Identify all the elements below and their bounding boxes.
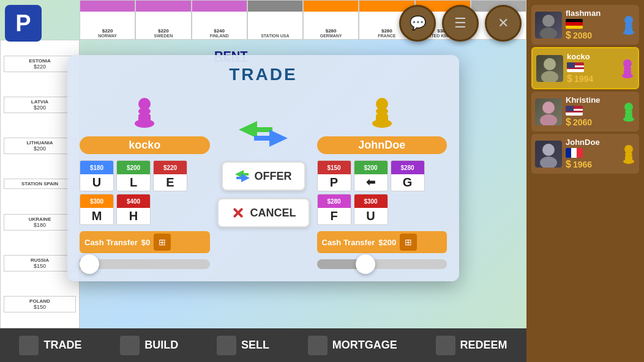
chat-icon: 💬: [410, 15, 426, 31]
kocko-card-e[interactable]: $220 E: [153, 160, 187, 191]
kocko-card-u[interactable]: $180 U: [80, 160, 114, 191]
johndoe-calc-button[interactable]: ⊞: [400, 234, 417, 251]
johndoe-sidebar-money: $ 1966: [566, 159, 618, 170]
kocko-pawn-icon: [132, 94, 157, 128]
svg-point-3: [138, 98, 151, 110]
flashman-money: $ 2080: [566, 30, 618, 41]
johndoe-slider[interactable]: [317, 259, 447, 269]
offer-arrows-icon: [235, 169, 250, 183]
johndoe-sidebar-info: JohnDoe $ 1966: [566, 138, 618, 170]
flashman-flag: [566, 19, 583, 29]
johndoe-card-u[interactable]: $300 U: [354, 194, 388, 225]
top-action-buttons: 💬 ☰ ✕: [399, 5, 522, 42]
kocko-pawn-sidebar-icon: [621, 59, 634, 78]
khristine-pawn-icon: [622, 102, 635, 122]
kocko-label: kocko: [80, 136, 210, 154]
offer-button[interactable]: OFFER: [222, 161, 305, 191]
game-board: $220 NORWAY $220 SWEDEN $240 FINLAND STA…: [0, 0, 526, 362]
flashman-info: flashman $ 2080: [566, 9, 618, 41]
svg-point-13: [376, 98, 388, 110]
trade-modal: TRADE kocko: [67, 55, 459, 281]
svg-point-25: [623, 59, 632, 68]
kocko-calc-button[interactable]: ⊞: [154, 234, 171, 251]
kocko-sidebar-money: $ 1994: [567, 73, 617, 84]
modal-title: TRADE: [80, 65, 447, 84]
kocko-card-l[interactable]: $200 L: [116, 160, 151, 191]
johndoe-label: JohnDoe: [317, 136, 447, 154]
svg-marker-5: [254, 130, 288, 147]
khristine-avatar: [535, 98, 562, 125]
svg-point-21: [541, 71, 558, 82]
menu-icon: ☰: [454, 15, 466, 31]
cancel-x-icon: [231, 205, 245, 220]
khristine-info: Khristine $ 2060: [566, 95, 618, 128]
kocko-pawn-display: [80, 94, 210, 128]
johndoe-sidebar-name: JohnDoe: [566, 138, 618, 147]
johndoe-flag: [566, 148, 583, 158]
trade-arrows: [239, 119, 288, 149]
players-sidebar: flashman $ 2080 kocko $ 1994: [526, 0, 644, 362]
svg-point-20: [544, 58, 556, 70]
kocko-cash-transfer: Cash Transfer $0 ⊞: [80, 231, 210, 253]
svg-point-37: [624, 145, 633, 153]
khristine-money: $ 2060: [566, 117, 618, 128]
close-button[interactable]: ✕: [485, 5, 522, 42]
johndoe-pawn-sidebar-icon: [622, 144, 635, 164]
kocko-trade-section: kocko $180 U $200 L $220 E: [80, 94, 210, 269]
chat-button[interactable]: 💬: [399, 5, 436, 42]
svg-point-14: [542, 15, 555, 27]
svg-point-31: [624, 103, 633, 111]
svg-point-19: [624, 16, 633, 24]
johndoe-pawn-icon: [370, 94, 394, 128]
menu-button[interactable]: ☰: [442, 5, 479, 42]
player-card-johndoe: JohnDoe $ 1966: [531, 134, 639, 174]
kocko-card-h[interactable]: $400 H: [116, 194, 151, 225]
svg-point-32: [542, 144, 555, 156]
flashman-avatar: [535, 12, 562, 39]
svg-point-26: [542, 102, 555, 114]
svg-marker-4: [239, 121, 272, 138]
player-card-kocko: kocko $ 1994: [531, 47, 639, 89]
khristine-name: Khristine: [566, 95, 618, 105]
kocko-slider[interactable]: [80, 259, 210, 269]
center-action-area: OFFER CANCEL: [217, 94, 310, 227]
modal-overlay: TRADE kocko: [0, 0, 526, 362]
kocko-cards: $180 U $200 L $220 E $300: [80, 160, 210, 225]
johndoe-card-g[interactable]: $280 G: [391, 160, 425, 191]
johndoe-cards: $150 P $200 ⬅ $280 G $280: [317, 160, 447, 225]
close-icon: ✕: [498, 15, 509, 31]
johndoe-card-arrow[interactable]: $200 ⬅: [354, 160, 388, 191]
kocko-flag: [567, 62, 584, 72]
trade-arrows-icon: [239, 119, 288, 149]
johndoe-card-f[interactable]: $280 F: [317, 194, 351, 225]
modal-content: kocko $180 U $200 L $220 E: [80, 94, 447, 269]
svg-point-15: [540, 28, 557, 39]
johndoe-avatar: [535, 141, 562, 168]
svg-rect-1: [138, 114, 151, 125]
kocko-sidebar-info: kocko $ 1994: [567, 52, 617, 84]
johndoe-card-p[interactable]: $150 P: [317, 160, 351, 191]
svg-point-27: [540, 114, 557, 125]
svg-rect-11: [376, 114, 388, 125]
kocko-avatar: [536, 55, 563, 82]
johndoe-pawn-display: [317, 94, 447, 128]
johndoe-trade-section: JohnDoe $150 P $200 ⬅ $280 G: [317, 94, 447, 269]
player-card-khristine: Khristine $ 2060: [531, 92, 639, 131]
svg-point-33: [540, 157, 557, 168]
khristine-flag: [566, 106, 583, 116]
kocko-sidebar-name: kocko: [567, 52, 617, 61]
cancel-button[interactable]: CANCEL: [217, 198, 310, 227]
flashman-pawn-icon: [622, 15, 635, 35]
kocko-card-m[interactable]: $300 M: [80, 194, 114, 225]
player-card-flashman: flashman $ 2080: [531, 5, 639, 45]
johndoe-cash-transfer: Cash Transfer $200 ⊞: [317, 231, 447, 253]
flashman-name: flashman: [566, 9, 618, 18]
